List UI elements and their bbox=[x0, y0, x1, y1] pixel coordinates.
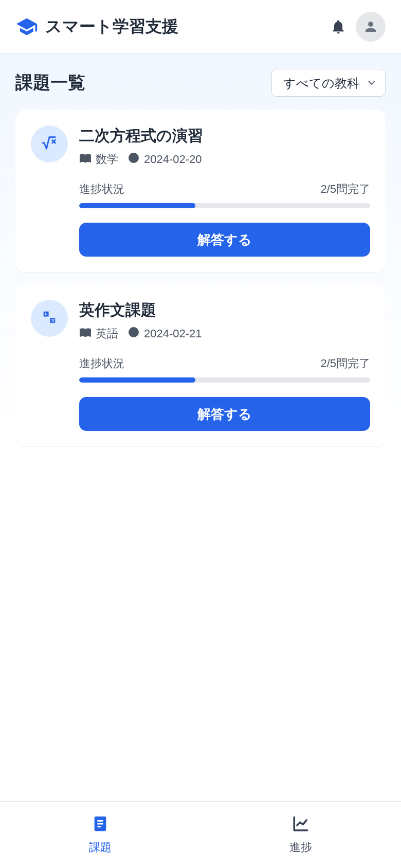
nav-item-progress[interactable]: 進捗 bbox=[200, 802, 401, 868]
header-left: スマート学習支援 bbox=[15, 15, 178, 38]
subject-filter[interactable]: すべての教科 bbox=[271, 69, 386, 97]
answer-button[interactable]: 解答する bbox=[79, 397, 370, 431]
subject-label: 数学 bbox=[96, 152, 118, 167]
nav-item-assignments[interactable]: 課題 bbox=[0, 802, 200, 868]
nav-label: 進捗 bbox=[289, 840, 312, 855]
subject-meta: 英語 bbox=[79, 326, 118, 341]
clock-icon bbox=[127, 326, 140, 341]
due-date-meta: 2024-02-20 bbox=[127, 152, 202, 167]
graduation-cap-icon bbox=[15, 15, 38, 38]
progress-fill bbox=[79, 377, 195, 383]
due-date-label: 2024-02-21 bbox=[144, 327, 202, 340]
bell-icon[interactable] bbox=[330, 19, 347, 35]
subject-icon-wrap bbox=[31, 125, 68, 162]
chart-line-icon bbox=[292, 815, 309, 835]
sqrt-icon bbox=[41, 134, 58, 154]
assignments-icon bbox=[92, 815, 109, 835]
progress-label: 進捗状況 bbox=[79, 356, 124, 371]
card-meta: 数学 2024-02-20 bbox=[79, 152, 370, 167]
subject-label: 英語 bbox=[96, 326, 118, 341]
language-icon: A文 bbox=[41, 309, 58, 328]
card-header: A文 英作文課題 英語 2024-02-2 bbox=[31, 300, 370, 341]
card-meta: 英語 2024-02-21 bbox=[79, 326, 370, 341]
subject-icon-wrap: A文 bbox=[31, 300, 68, 337]
book-icon bbox=[79, 326, 92, 341]
card-header: 二次方程式の演習 数学 2024-02-20 bbox=[31, 125, 370, 167]
assignment-title: 二次方程式の演習 bbox=[79, 125, 370, 147]
progress-fill bbox=[79, 203, 195, 208]
svg-text:文: 文 bbox=[51, 318, 55, 323]
svg-text:A: A bbox=[44, 312, 47, 316]
answer-button[interactable]: 解答する bbox=[79, 223, 370, 257]
bottom-nav: 課題 進捗 bbox=[0, 801, 401, 868]
assignment-title: 英作文課題 bbox=[79, 300, 370, 321]
app-title: スマート学習支援 bbox=[45, 15, 178, 38]
progress-label: 進捗状況 bbox=[79, 182, 124, 197]
card-info: 英作文課題 英語 2024-02-21 bbox=[79, 300, 370, 341]
clock-icon bbox=[127, 152, 140, 167]
progress-count: 2/5問完了 bbox=[320, 182, 370, 197]
book-icon bbox=[79, 152, 92, 167]
progress-row: 進捗状況 2/5問完了 bbox=[79, 182, 370, 197]
due-date-label: 2024-02-20 bbox=[144, 153, 202, 166]
content-header: 課題一覧 すべての教科 bbox=[15, 69, 386, 97]
progress-count: 2/5問完了 bbox=[320, 356, 370, 371]
card-body: 進捗状況 2/5問完了 解答する bbox=[31, 182, 370, 257]
avatar[interactable] bbox=[356, 12, 386, 42]
card-info: 二次方程式の演習 数学 2024-02-20 bbox=[79, 125, 370, 167]
due-date-meta: 2024-02-21 bbox=[127, 326, 202, 341]
subject-filter-wrapper: すべての教科 bbox=[271, 69, 386, 97]
assignment-card: 二次方程式の演習 数学 2024-02-20 bbox=[15, 110, 386, 272]
progress-bar bbox=[79, 203, 370, 208]
main-content: 課題一覧 すべての教科 二次方程式の演習 bbox=[0, 53, 401, 801]
page-title: 課題一覧 bbox=[15, 71, 85, 95]
assignment-card: A文 英作文課題 英語 2024-02-2 bbox=[15, 284, 386, 446]
header-right bbox=[330, 12, 386, 42]
card-body: 進捗状況 2/5問完了 解答する bbox=[31, 356, 370, 431]
app-header: スマート学習支援 bbox=[0, 0, 401, 53]
subject-meta: 数学 bbox=[79, 152, 118, 167]
nav-label: 課題 bbox=[89, 840, 112, 855]
progress-bar bbox=[79, 377, 370, 383]
progress-row: 進捗状況 2/5問完了 bbox=[79, 356, 370, 371]
